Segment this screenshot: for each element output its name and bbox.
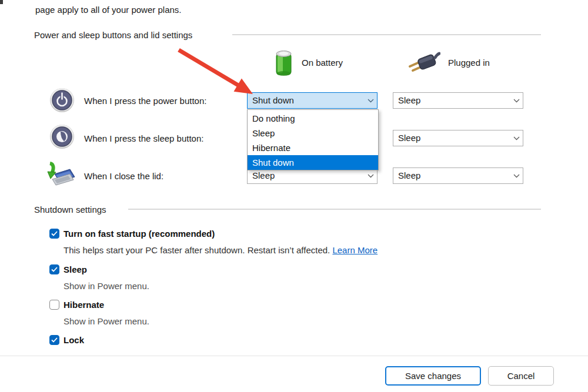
shutdown-section-divider [128,209,541,210]
checkmark-icon [51,337,58,343]
selected-value: Sleep [398,168,510,183]
selected-value: Shut down [252,93,364,108]
sleep-checkbox[interactable] [49,264,59,274]
selected-value: Sleep [398,130,510,146]
plug-icon [407,51,440,73]
dropdown-option-do-nothing[interactable]: Do nothing [248,111,378,126]
sleep-description: Show in Power menu. [64,281,149,291]
chevron-down-icon [364,99,377,103]
checkmark-icon [51,267,58,272]
power-button-dropdown-list: Do nothing Sleep Hibernate Shut down [247,109,379,170]
sleep-label[interactable]: Sleep [64,264,87,274]
chevron-down-icon [364,174,377,178]
close-lid-plugged-in-select[interactable]: Sleep [393,167,523,184]
learn-more-link[interactable]: Learn More [332,245,377,255]
hibernate-label[interactable]: Hibernate [64,300,104,310]
hibernate-description: Show in Power menu. [64,316,149,326]
cancel-button[interactable]: Cancel [488,366,554,386]
lock-checkbox[interactable] [49,335,59,345]
dropdown-option-hibernate[interactable]: Hibernate [248,140,378,155]
chevron-down-icon [510,136,523,140]
battery-icon [275,49,293,77]
sleep-button-icon [49,124,75,149]
dropdown-option-sleep[interactable]: Sleep [248,126,378,140]
chevron-down-icon [510,174,523,178]
power-button-plugged-in-select[interactable]: Sleep [393,92,523,109]
footer-divider [0,356,588,356]
checkmark-icon [51,231,58,236]
power-section-divider [232,34,541,35]
fast-startup-label[interactable]: Turn on fast startup (recommended) [64,229,215,239]
plugged-in-column-header: Plugged in [448,58,490,68]
sleep-button-plugged-in-select[interactable]: Sleep [393,130,523,146]
intro-text: page apply to all of your power plans. [35,4,182,15]
chevron-down-icon [510,99,523,103]
fast-startup-checkbox[interactable] [49,229,59,239]
fast-startup-description-text: This helps start your PC faster after sh… [64,245,332,255]
selected-value: Sleep [398,93,510,108]
power-button-icon [49,88,75,113]
cropped-edge-artifact [0,0,3,4]
on-battery-column-header: On battery [302,58,343,68]
dropdown-option-shut-down[interactable]: Shut down [248,155,378,170]
power-options-page: page apply to all of your power plans. P… [0,0,588,392]
red-annotation-arrow [171,41,259,100]
fast-startup-description: This helps start your PC faster after sh… [64,245,377,255]
hibernate-checkbox[interactable] [49,300,59,310]
close-lid-row-label: When I close the lid: [84,170,163,182]
close-lid-icon [45,162,75,187]
power-button-on-battery-select[interactable]: Shut down [247,92,377,109]
shutdown-section-title: Shutdown settings [34,205,106,215]
lock-label[interactable]: Lock [64,335,84,345]
save-changes-button[interactable]: Save changes [385,366,481,386]
sleep-button-row-label: When I press the sleep button: [84,133,203,144]
power-section-title: Power and sleep buttons and lid settings [34,30,192,40]
